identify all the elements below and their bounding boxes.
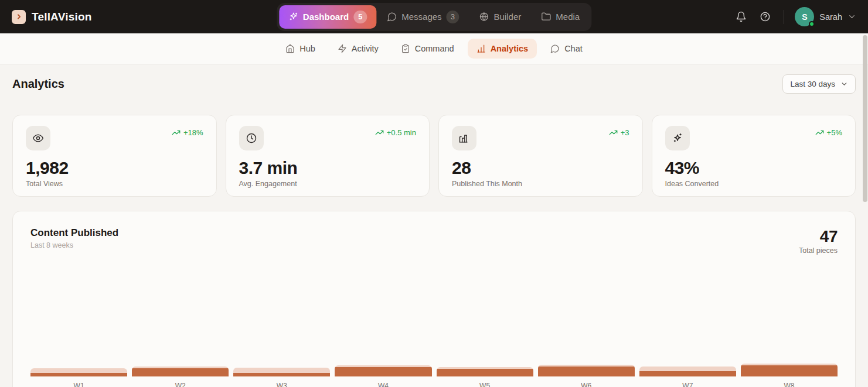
notifications-bell-icon[interactable] xyxy=(733,9,749,25)
trending-up-icon xyxy=(375,128,384,137)
subnav-label: Activity xyxy=(352,44,379,53)
main-tab-group: Dashboard 5 Messages 3 Builder Media xyxy=(277,3,591,31)
content-published-chart-card: Content Published Last 8 weeks 47 Total … xyxy=(12,211,856,387)
chart-bar xyxy=(538,365,635,376)
chart-bar xyxy=(233,368,330,376)
subnav-label: Chat xyxy=(564,44,583,53)
chart-total-value: 47 xyxy=(799,227,838,246)
chart-x-label: W6 xyxy=(538,382,635,387)
subnav-label: Hub xyxy=(299,44,315,53)
eye-icon xyxy=(26,126,50,150)
tab-messages[interactable]: Messages 3 xyxy=(377,5,468,29)
trending-up-icon xyxy=(172,128,181,137)
chart-x-label: W8 xyxy=(741,382,838,387)
online-status-dot xyxy=(809,21,815,27)
trending-up-icon xyxy=(815,128,824,137)
scrollbar-thumb[interactable] xyxy=(863,35,867,202)
chart-x-label: W1 xyxy=(30,382,127,387)
stat-value: 28 xyxy=(452,158,629,178)
secondary-navigation: Hub Activity Command Analytics Chat xyxy=(0,33,868,64)
chart-bar xyxy=(132,367,229,376)
folder-icon xyxy=(541,12,551,22)
stat-value: 43% xyxy=(665,158,843,178)
tab-media[interactable]: Media xyxy=(532,6,589,27)
chart-bar xyxy=(437,367,533,376)
subnav-item-hub[interactable]: Hub xyxy=(277,39,324,59)
bar-bottom-dark xyxy=(639,371,736,376)
avatar-initial: S xyxy=(802,12,807,22)
subnav-item-activity[interactable]: Activity xyxy=(329,39,387,59)
stat-delta: +3 xyxy=(609,128,629,137)
subnav-item-command[interactable]: Command xyxy=(392,39,463,59)
clipboard-check-icon xyxy=(401,44,410,53)
chart-bar xyxy=(335,365,431,376)
stat-card-avg-engagement: +0.5 min 3.7 min Avg. Engagement xyxy=(226,115,430,197)
bar-top-light xyxy=(30,368,127,373)
stats-row: +18% 1,982 Total Views +0.5 min 3.7 min … xyxy=(0,103,868,201)
chart-plot xyxy=(30,256,838,376)
message-circle-icon xyxy=(387,12,397,22)
chart-title: Content Published xyxy=(30,227,118,239)
chart-subtitle: Last 8 weeks xyxy=(30,241,118,249)
stat-card-ideas-converted: +5% 43% Ideas Converted xyxy=(652,115,856,197)
chat-bubble-icon xyxy=(550,44,560,53)
bar-chart-icon xyxy=(452,126,476,150)
bar-bottom-dark xyxy=(741,365,838,376)
tab-badge: 5 xyxy=(353,11,367,23)
subnav-item-analytics[interactable]: Analytics xyxy=(468,39,537,59)
chart-bar xyxy=(741,364,838,376)
trending-up-icon xyxy=(609,128,618,137)
sparkles-icon xyxy=(288,12,298,22)
bar-bottom-dark xyxy=(335,367,431,376)
home-icon xyxy=(285,44,295,53)
stat-card-total-views: +18% 1,982 Total Views xyxy=(12,115,217,197)
tab-label: Media xyxy=(556,12,580,22)
page-header: Analytics Last 30 days xyxy=(0,64,868,103)
date-range-select[interactable]: Last 30 days xyxy=(782,74,856,94)
tab-builder[interactable]: Builder xyxy=(470,6,531,27)
stat-label: Total Views xyxy=(26,180,203,188)
chevron-down-icon xyxy=(847,12,856,21)
stat-delta: +0.5 min xyxy=(375,128,416,137)
scrollbar xyxy=(862,0,868,387)
user-menu[interactable]: S Sarah xyxy=(795,7,856,26)
date-range-value: Last 30 days xyxy=(790,80,835,88)
tab-label: Messages xyxy=(401,12,441,22)
stat-value: 3.7 min xyxy=(239,158,417,178)
chart-x-label: W5 xyxy=(437,382,533,387)
chart-x-label: W2 xyxy=(132,382,229,387)
avatar: S xyxy=(795,7,814,26)
bar-bottom-dark xyxy=(437,369,533,376)
tab-label: Builder xyxy=(494,12,522,22)
chart-x-label: W4 xyxy=(335,382,431,387)
top-navigation-bar: TellAVision Dashboard 5 Messages 3 Build… xyxy=(0,0,868,33)
chart-x-label: W7 xyxy=(639,382,736,387)
stat-delta-value: +3 xyxy=(621,128,629,137)
bar-bottom-dark xyxy=(538,367,635,376)
user-name: Sarah xyxy=(819,12,842,22)
chart-x-label: W3 xyxy=(233,382,330,387)
chart-bar xyxy=(30,368,127,376)
chart-x-labels: W1W2W3W4W5W6W7W8 xyxy=(30,382,838,387)
globe-icon xyxy=(479,12,489,22)
topbar-actions: S Sarah xyxy=(733,7,856,26)
tab-dashboard[interactable]: Dashboard 5 xyxy=(279,5,376,29)
subnav-item-chat[interactable]: Chat xyxy=(542,39,591,59)
brand: TellAVision xyxy=(12,10,92,24)
clock-icon xyxy=(239,126,264,150)
bar-bottom-dark xyxy=(233,373,330,376)
stat-delta-value: +5% xyxy=(827,128,842,137)
chart-total-label: Total pieces xyxy=(799,246,838,255)
help-icon[interactable] xyxy=(757,9,773,25)
chevron-down-icon xyxy=(840,80,848,88)
stat-delta: +5% xyxy=(815,128,842,137)
bar-top-light xyxy=(233,368,330,373)
tab-badge: 3 xyxy=(447,11,459,23)
bar-bottom-dark xyxy=(30,373,127,376)
stat-label: Ideas Converted xyxy=(665,180,843,188)
subnav-label: Command xyxy=(415,44,454,53)
divider xyxy=(784,10,784,24)
bar-top-light xyxy=(639,367,736,371)
app-logo-icon xyxy=(12,10,26,24)
stat-card-published-month: +3 28 Published This Month xyxy=(438,115,643,197)
